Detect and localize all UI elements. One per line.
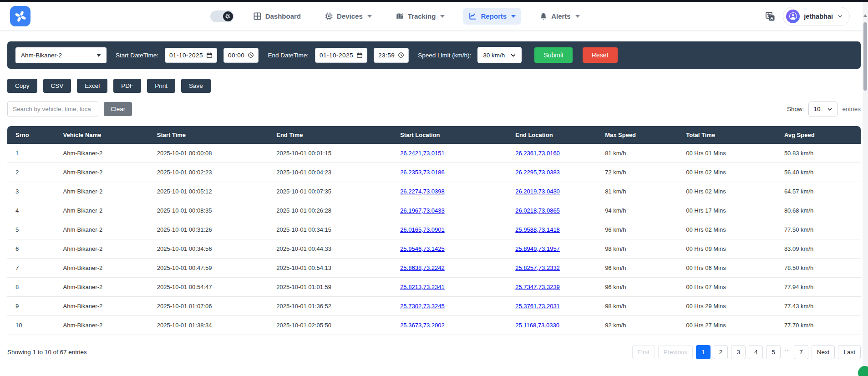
col-vehicle-name: Vehicle Name bbox=[59, 126, 152, 144]
app-logo[interactable] bbox=[10, 6, 30, 26]
col-avg-speed: Avg Speed bbox=[780, 126, 861, 144]
start-location-link[interactable]: 25.3673,73.2002 bbox=[400, 322, 445, 329]
cell: 6 bbox=[7, 239, 59, 259]
cell: 00 Hrs 09 Mins bbox=[681, 239, 780, 259]
page-button-first: First bbox=[632, 345, 655, 359]
start-location-link[interactable]: 26.2274,73.0398 bbox=[400, 188, 445, 195]
table-row: 1Ahm-Bikaner-22025-10-01 00:00:082025-10… bbox=[7, 144, 861, 163]
start-location-link[interactable]: 25.9546,73.1425 bbox=[400, 245, 445, 252]
avatar bbox=[786, 10, 800, 23]
location-cell: 26.1967,73.0433 bbox=[396, 201, 511, 220]
page-button-last[interactable]: Last bbox=[838, 345, 861, 359]
nav-item-devices[interactable]: Devices bbox=[319, 8, 377, 25]
cell: 00 Hrs 29 Mins bbox=[681, 297, 780, 316]
cell: 78.50 km/h bbox=[780, 259, 861, 278]
page-button-5[interactable]: 5 bbox=[766, 345, 781, 359]
reset-button[interactable]: Reset bbox=[583, 47, 618, 63]
translate-icon[interactable]: 文 A bbox=[765, 11, 776, 22]
start-location-link[interactable]: 25.7302,73.3245 bbox=[400, 303, 445, 310]
excel-button[interactable]: Excel bbox=[77, 79, 107, 93]
start-location-link[interactable]: 25.8213,73.2341 bbox=[400, 284, 445, 290]
cell: 83.09 km/h bbox=[780, 239, 861, 259]
csv-button[interactable]: CSV bbox=[43, 79, 71, 93]
cell: 00 Hrs 01 Mins bbox=[681, 144, 780, 163]
end-location-link[interactable]: 25.7347,73.3239 bbox=[515, 284, 560, 290]
nav-label-alerts: Alerts bbox=[551, 12, 571, 20]
start-location-link[interactable]: 26.0165,73.0901 bbox=[400, 226, 445, 233]
start-location-link[interactable]: 25.8638,73.2242 bbox=[400, 264, 445, 271]
page-button-2[interactable]: 2 bbox=[714, 345, 728, 359]
pdf-button[interactable]: PDF bbox=[113, 79, 141, 93]
theme-toggle[interactable] bbox=[210, 10, 234, 22]
location-cell: 26.2421,73.0151 bbox=[396, 144, 511, 163]
page-button-7[interactable]: 7 bbox=[794, 345, 808, 359]
start-date-input[interactable]: 01-10-2025 bbox=[165, 48, 217, 63]
nav-item-alerts[interactable]: Alerts bbox=[534, 8, 585, 25]
nav-item-dashboard[interactable]: Dashboard bbox=[248, 8, 306, 25]
submit-button[interactable]: Submit bbox=[534, 47, 573, 63]
end-time-value: 23:59 bbox=[378, 52, 395, 59]
end-location-link[interactable]: 25.3761,73.2031 bbox=[515, 303, 560, 310]
nav-label-dashboard: Dashboard bbox=[265, 12, 301, 20]
start-time-value: 00:00 bbox=[228, 52, 244, 59]
map-icon bbox=[396, 12, 404, 20]
scrollbar[interactable] bbox=[863, 2, 868, 376]
page-button-3[interactable]: 3 bbox=[731, 345, 746, 359]
clear-button[interactable]: Clear bbox=[104, 102, 132, 116]
start-location-link[interactable]: 26.2421,73.0151 bbox=[400, 150, 445, 157]
save-button[interactable]: Save bbox=[181, 79, 211, 93]
page-button-4[interactable]: 4 bbox=[749, 345, 763, 359]
cell: 2025-10-01 00:00:08 bbox=[152, 144, 272, 163]
page-button-: ... bbox=[784, 345, 791, 359]
vehicle-select[interactable]: Ahm-Bikaner-2 bbox=[15, 47, 107, 63]
location-cell: 25.9546,73.1425 bbox=[396, 239, 511, 259]
start-time-input[interactable]: 00:00 bbox=[223, 48, 259, 63]
scrollbar-up-arrow-icon[interactable] bbox=[863, 14, 867, 17]
end-date-input[interactable]: 01-10-2025 bbox=[315, 48, 367, 63]
entries-suffix-label: entries bbox=[842, 106, 861, 112]
export-row: Copy CSV Excel PDF Print Save bbox=[7, 79, 861, 93]
end-location-link[interactable]: 26.0218,73.0865 bbox=[515, 207, 560, 214]
page-button-1[interactable]: 1 bbox=[696, 345, 711, 359]
cell: 81 km/h bbox=[600, 144, 681, 163]
page-button-next[interactable]: Next bbox=[812, 345, 835, 359]
cell: Ahm-Bikaner-2 bbox=[59, 278, 152, 297]
end-location-link[interactable]: 25.8257,73.2332 bbox=[515, 264, 560, 271]
end-location-link[interactable]: 26.2361,73.0160 bbox=[515, 150, 560, 157]
end-location-link[interactable]: 26.2019,73.0430 bbox=[515, 188, 560, 195]
end-location-link[interactable]: 26.2295,73.0383 bbox=[515, 169, 560, 176]
cell: 2025-10-01 00:04:23 bbox=[272, 163, 396, 182]
start-location-link[interactable]: 26.2353,73.0186 bbox=[400, 169, 445, 176]
cell: 00 Hrs 02 Mins bbox=[681, 182, 780, 201]
print-button[interactable]: Print bbox=[147, 79, 175, 93]
svg-text:A: A bbox=[770, 15, 773, 20]
end-location-link[interactable]: 25.8949,73.1957 bbox=[515, 245, 560, 252]
nav-item-tracking[interactable]: Tracking bbox=[390, 8, 451, 25]
end-time-input[interactable]: 23:59 bbox=[374, 48, 409, 63]
cell: 00 Hrs 17 Mins bbox=[681, 201, 780, 220]
location-cell: 26.2361,73.0160 bbox=[511, 144, 600, 163]
user-menu[interactable]: jethabhai bbox=[783, 7, 850, 26]
location-cell: 26.2353,73.0186 bbox=[396, 163, 511, 182]
start-location-link[interactable]: 26.1967,73.0433 bbox=[400, 207, 445, 214]
end-location-link[interactable]: 25.1168,73.0330 bbox=[515, 322, 559, 329]
page-button-previous: Previous bbox=[658, 345, 693, 359]
nav-item-reports[interactable]: Reports bbox=[463, 8, 521, 25]
scrollbar-thumb[interactable] bbox=[863, 22, 867, 91]
cell: 2025-10-01 00:26:28 bbox=[272, 201, 396, 220]
chip-icon bbox=[325, 12, 333, 20]
cell: 98 km/h bbox=[600, 239, 681, 259]
entries-per-page-select[interactable]: 10 bbox=[808, 102, 838, 117]
copy-button[interactable]: Copy bbox=[7, 79, 37, 93]
col-end-time: End Time bbox=[272, 126, 396, 144]
end-location-link[interactable]: 25.9588,73.1418 bbox=[515, 226, 560, 233]
page-content: Ahm-Bikaner-2 Start DateTime: 01-10-2025… bbox=[0, 30, 868, 368]
cell: 2025-10-01 00:02:23 bbox=[152, 163, 272, 182]
calendar-icon bbox=[206, 52, 213, 58]
col-start-time: Start Time bbox=[152, 126, 272, 144]
chevron-down-icon bbox=[827, 107, 832, 112]
speed-limit-select[interactable]: 30 km/h bbox=[477, 47, 522, 63]
search-input[interactable] bbox=[7, 101, 98, 117]
col-srno: Srno bbox=[7, 126, 59, 144]
location-cell: 25.8638,73.2242 bbox=[396, 259, 511, 278]
